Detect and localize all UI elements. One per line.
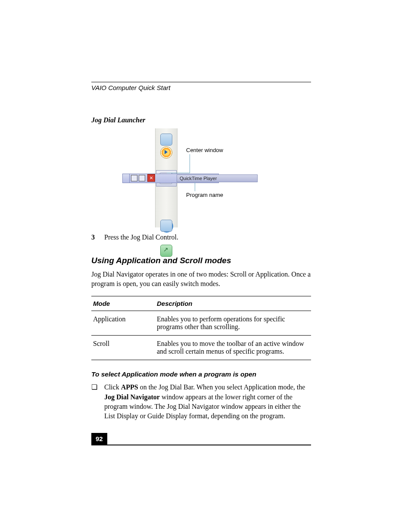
bullet-icon: ❏ <box>91 383 104 421</box>
mode-cell: Scroll <box>91 336 155 360</box>
table-row: Scroll Enables you to move the toolbar o… <box>91 336 311 360</box>
bullet-item: ❏ Click APPS on the Jog Dial Bar. When y… <box>91 383 311 421</box>
step-number: 3 <box>91 233 104 241</box>
table-head-desc: Description <box>155 296 311 311</box>
program-name-bar: QuickTime Player <box>177 174 258 182</box>
section-heading: Using Application and Scroll modes <box>91 256 311 265</box>
lead-line <box>167 173 190 173</box>
keyboard-icon-2 <box>160 220 172 232</box>
page-number: 92 <box>91 433 107 445</box>
sub-heading: To select Application mode when a progra… <box>91 370 311 378</box>
modes-table: Mode Description Application Enables you… <box>91 296 311 360</box>
step-text: Press the Jog Dial Control. <box>104 233 311 241</box>
desc-cell: Enables you to perform operations for sp… <box>155 311 311 336</box>
close-icon <box>147 174 155 182</box>
figure-caption: Jog Dial Launcher <box>91 116 311 124</box>
table-head-mode: Mode <box>91 296 155 311</box>
keyboard-icon <box>160 134 172 146</box>
lead-line <box>195 183 195 191</box>
running-head: VAIO Computer Quick Start <box>91 84 311 91</box>
callout-program-name: Program name <box>186 192 223 198</box>
jog-dial-launcher-figure: QuickTime Player Center window Program n… <box>91 128 311 227</box>
desc-cell: Enables you to move the toolbar of an ac… <box>155 336 311 360</box>
step-3: 3 Press the Jog Dial Control. <box>91 233 311 241</box>
share-icon <box>160 245 172 257</box>
mode-cell: Application <box>91 311 155 336</box>
table-row: Application Enables you to perform opera… <box>91 311 311 336</box>
bullet-text: Click APPS on the Jog Dial Bar. When you… <box>104 383 311 421</box>
media-player-icon <box>160 146 172 159</box>
bar-icon-1 <box>131 175 137 181</box>
callout-center-window: Center window <box>186 147 223 153</box>
intro-paragraph: Jog Dial Navigator operates in one of tw… <box>91 270 311 288</box>
page-footer: 92 <box>91 433 311 445</box>
lead-line <box>190 154 190 173</box>
jog-dial-bar-handle <box>122 174 130 183</box>
bar-icon-2 <box>139 175 145 181</box>
